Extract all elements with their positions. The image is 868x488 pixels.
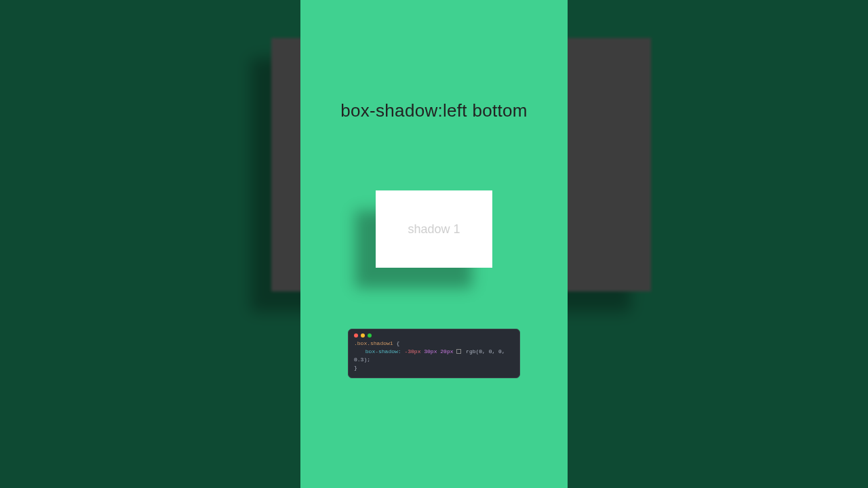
code-property: box-shadow: [366,348,401,354]
demo-label: shadow 1 [408,222,460,237]
close-icon [354,333,358,338]
code-blur: 20px [440,348,453,354]
minimize-icon [361,333,365,338]
code-card: .box.shadow1 { box-shadow: -30px 30px 20… [348,329,520,378]
window-traffic-lights [354,333,514,338]
code-offset-x: -30px [404,348,420,354]
code-selector: .box.shadow1 [354,340,393,346]
page-title: box-shadow:left bottom [340,100,527,121]
main-column: box-shadow:left bottom shadow 1 .box.sha… [300,0,568,488]
code-line-3: } [354,364,514,372]
demo-shadow-box: shadow 1 [376,190,492,268]
code-line-1: .box.shadow1 { [354,340,514,348]
code-offset-y: 30px [424,348,437,354]
color-swatch-icon [456,349,461,354]
zoom-icon [368,333,372,338]
code-close-brace: } [354,365,357,371]
code-open-brace: { [396,340,399,346]
code-line-2: box-shadow: -30px 30px 20px rgb(0, 0, 0,… [354,348,514,364]
